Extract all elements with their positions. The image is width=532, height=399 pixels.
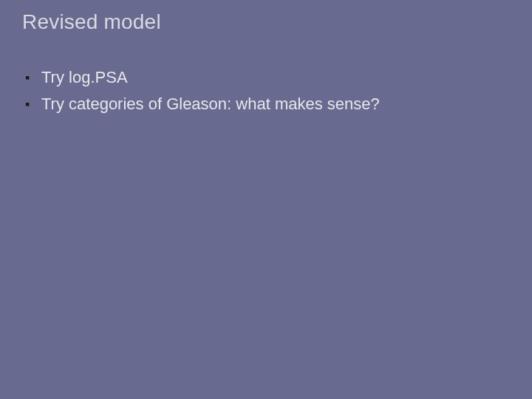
bullet-icon: ▪ xyxy=(25,66,41,89)
bullet-list: ▪ Try log.PSA ▪ Try categories of Gleaso… xyxy=(25,66,502,120)
bullet-text: Try log.PSA xyxy=(41,66,128,89)
list-item: ▪ Try categories of Gleason: what makes … xyxy=(25,93,502,115)
list-item: ▪ Try log.PSA xyxy=(25,66,502,89)
bullet-text: Try categories of Gleason: what makes se… xyxy=(41,93,380,115)
bullet-icon: ▪ xyxy=(25,93,41,115)
slide: Revised model ▪ Try log.PSA ▪ Try catego… xyxy=(0,0,532,399)
slide-title: Revised model xyxy=(22,10,161,34)
